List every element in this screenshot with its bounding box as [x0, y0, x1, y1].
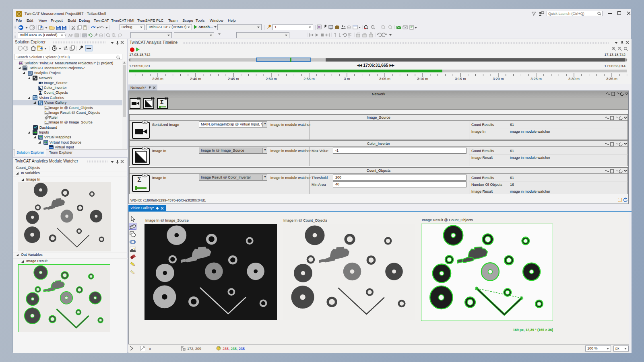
svg-text:x: x — [39, 137, 40, 140]
svg-text:v: v — [44, 142, 45, 145]
